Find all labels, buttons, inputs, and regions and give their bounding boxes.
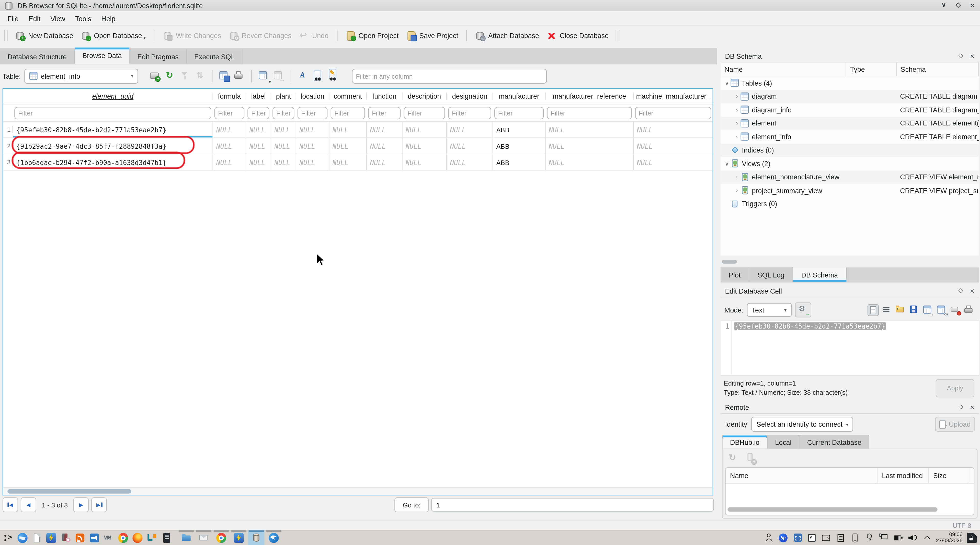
- grid-cell[interactable]: NULL: [402, 138, 447, 154]
- tree-item-element-nomenclature-view[interactable]: ›element_nomenclature_viewCREATE VIEW el…: [721, 170, 979, 184]
- remote-tab-local[interactable]: Local: [767, 435, 800, 449]
- task-falkon[interactable]: [266, 530, 282, 545]
- grid-cell[interactable]: NULL: [271, 154, 296, 170]
- grid-cell[interactable]: ABB: [493, 154, 546, 170]
- taskbar-chrome-icon[interactable]: [118, 533, 128, 543]
- column-header-manufacturer[interactable]: manufacturer: [493, 92, 546, 100]
- tray-kdeconnect-icon[interactable]: [880, 534, 888, 542]
- taskbar-rss-icon[interactable]: [75, 533, 85, 543]
- auto-format-button[interactable]: [795, 302, 811, 317]
- grid-cell[interactable]: NULL: [246, 122, 271, 137]
- taskbar-qet-icon[interactable]: [147, 533, 157, 543]
- grid-cell[interactable]: NULL: [213, 138, 247, 154]
- filter-funnel-icon[interactable]: [180, 70, 191, 82]
- first-record-button[interactable]: ◀: [3, 497, 18, 512]
- taskbar-lightning-app-icon[interactable]: [46, 533, 56, 543]
- tree-item-element-info[interactable]: ›element_infoCREATE TABLE element_in: [721, 130, 979, 144]
- taskbar-firefox-icon[interactable]: [132, 533, 142, 543]
- tree-item-views-2[interactable]: ∨Views (2): [721, 157, 979, 170]
- filter-input-description[interactable]: [404, 106, 445, 119]
- write-changes-button[interactable]: Write Changes: [159, 29, 225, 43]
- task-folder-task[interactable]: [178, 530, 194, 545]
- filter-input-element-uuid[interactable]: [14, 106, 211, 119]
- close-database-button[interactable]: Close Database: [543, 29, 612, 43]
- open-project-button[interactable]: Open Project: [342, 29, 402, 43]
- tray-user-icon[interactable]: [765, 534, 773, 542]
- horizontal-scrollbar[interactable]: [3, 487, 713, 495]
- remote-tab-current-database[interactable]: Current Database: [799, 435, 870, 449]
- tab-browse-data[interactable]: Browse Data: [75, 48, 130, 64]
- next-record-button[interactable]: ▶: [73, 497, 89, 512]
- format-font-icon[interactable]: [298, 70, 309, 82]
- last-record-button[interactable]: ▶: [92, 497, 107, 512]
- remote-column-last-modified[interactable]: Last modified: [878, 468, 929, 483]
- grid-cell[interactable]: NULL: [546, 154, 634, 170]
- grid-cell[interactable]: NULL: [246, 138, 271, 154]
- menu-edit[interactable]: Edit: [24, 13, 46, 24]
- column-header-designation[interactable]: designation: [447, 92, 493, 100]
- schema-column-name[interactable]: Name: [721, 63, 846, 76]
- grid-cell[interactable]: NULL: [296, 122, 329, 137]
- grid-cell[interactable]: NULL: [271, 122, 296, 137]
- tree-item-diagram-info[interactable]: ›diagram_infoCREATE TABLE diagram_in: [721, 103, 979, 116]
- column-header-element-uuid[interactable]: element_uuid: [13, 92, 213, 100]
- refresh-icon[interactable]: [165, 70, 176, 82]
- grid-cell[interactable]: NULL: [447, 138, 493, 154]
- cell-content-selected[interactable]: {95efeb30-82b8-45de-b2d2-771a53eae2b7}: [734, 323, 886, 330]
- tray-bulb-icon[interactable]: [865, 534, 874, 542]
- tree-item-tables-4[interactable]: ∨Tables (4): [721, 76, 979, 90]
- table-selector[interactable]: element_info ▾: [25, 68, 138, 84]
- tree-item-element[interactable]: ›elementCREATE TABLE element( u: [721, 116, 979, 130]
- tree-expander-icon[interactable]: ∨: [723, 80, 730, 86]
- dock-tab-plot[interactable]: Plot: [721, 267, 749, 282]
- tree-item-diagram[interactable]: ›diagramCREATE TABLE diagram (u: [721, 90, 979, 103]
- menu-help[interactable]: Help: [96, 13, 120, 24]
- export-record-icon[interactable]: [273, 70, 285, 82]
- filter-input-manufacturer-reference[interactable]: [547, 106, 632, 119]
- tree-item-project-summary-view[interactable]: ›project_summary_viewCREATE VIEW project…: [721, 184, 979, 197]
- scrollbar-thumb[interactable]: [7, 489, 131, 494]
- tree-expander-icon[interactable]: ›: [733, 187, 740, 194]
- tree-expander-icon[interactable]: ›: [733, 133, 740, 140]
- tree-item-indices-0[interactable]: Indices (0): [721, 143, 979, 157]
- remote-column-name[interactable]: Name: [725, 468, 878, 483]
- remote-column-size[interactable]: Size: [929, 468, 969, 483]
- schema-column-type[interactable]: Type: [846, 63, 897, 76]
- grid-cell[interactable]: NULL: [213, 154, 247, 170]
- grid-cell[interactable]: NULL: [447, 122, 493, 137]
- export-file-icon[interactable]: [909, 304, 920, 316]
- grid-cell[interactable]: {95efeb30-82b8-45de-b2d2-771a53eae2b7}: [13, 122, 213, 137]
- task-lightning-app[interactable]: [231, 530, 247, 545]
- tray-wallet-icon[interactable]: [822, 534, 831, 542]
- grid-cell[interactable]: NULL: [296, 138, 329, 154]
- grid-cell[interactable]: NULL: [402, 154, 447, 170]
- save-project-button[interactable]: Save Project: [402, 29, 462, 43]
- taskbar-document-icon[interactable]: [32, 533, 42, 543]
- import-file-icon[interactable]: [895, 304, 906, 316]
- grid-cell[interactable]: NULL: [271, 138, 296, 154]
- taskbar-settings-panel-icon[interactable]: [161, 533, 171, 543]
- taskbar-thunderbird-icon[interactable]: [18, 533, 27, 543]
- task-chrome[interactable]: [213, 530, 229, 545]
- task-mail-task[interactable]: [196, 530, 212, 545]
- tab-edit-pragmas[interactable]: Edit Pragmas: [130, 49, 187, 64]
- taskbar-megaphone-icon[interactable]: [89, 533, 99, 543]
- print-icon[interactable]: [234, 70, 245, 82]
- grid-cell[interactable]: NULL: [447, 154, 493, 170]
- float-panel-icon[interactable]: [958, 286, 963, 295]
- import-record-icon[interactable]: [258, 70, 270, 82]
- column-header-manufacturer-reference[interactable]: manufacturer_reference: [546, 92, 634, 100]
- tree-expander-icon[interactable]: ∨: [723, 160, 730, 167]
- set-null-icon[interactable]: [950, 304, 961, 316]
- filter-input-comment[interactable]: [331, 106, 365, 119]
- vault-lock-icon[interactable]: [967, 533, 977, 543]
- insert-record-icon[interactable]: [150, 70, 161, 82]
- grid-cell[interactable]: NULL: [246, 154, 271, 170]
- grid-cell[interactable]: NULL: [329, 122, 367, 137]
- taskbar-vmware-icon[interactable]: [104, 533, 114, 543]
- tree-item-triggers-0[interactable]: Triggers (0): [721, 197, 979, 211]
- schema-column-schema[interactable]: Schema: [897, 63, 979, 76]
- undo-button[interactable]: Undo: [295, 29, 332, 43]
- grid-cell[interactable]: ABB: [493, 122, 546, 137]
- column-header-comment[interactable]: comment: [329, 92, 367, 100]
